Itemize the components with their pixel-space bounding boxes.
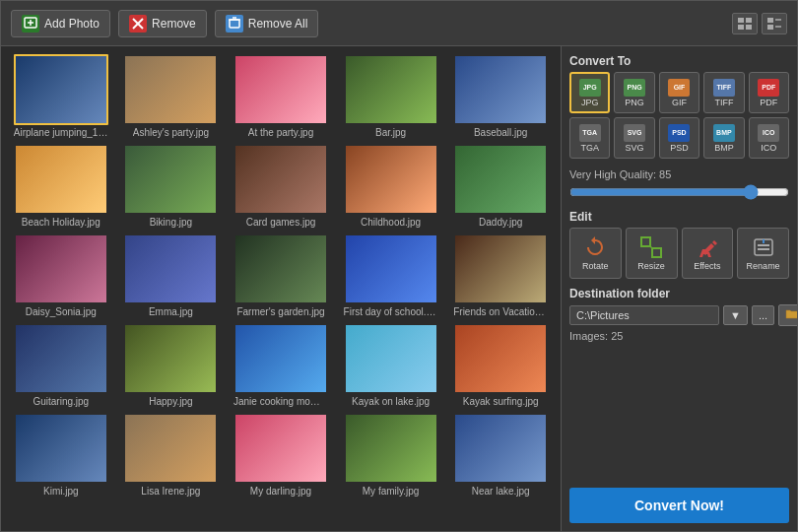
photo-thumb-bg <box>346 146 436 213</box>
photo-item[interactable]: My family.jpg <box>339 413 443 497</box>
dest-path-input[interactable] <box>569 305 719 325</box>
photo-label: Biking.jpg <box>150 217 192 228</box>
photo-label: Farmer's garden.jpg <box>236 306 324 317</box>
photo-thumb-bg <box>125 56 216 123</box>
photo-thumb <box>453 144 548 215</box>
photo-thumb <box>453 413 548 484</box>
photo-thumb-bg <box>235 146 326 213</box>
photo-item[interactable]: Daddy.jpg <box>448 144 553 228</box>
format-label: JPG <box>581 98 599 107</box>
format-button-png[interactable]: PNGPNG <box>614 72 654 113</box>
detail-view-button[interactable] <box>762 13 787 34</box>
photo-item[interactable]: Guitaring.jpg <box>9 323 113 407</box>
edit-title: Edit <box>569 210 789 224</box>
convert-now-button[interactable]: Convert Now! <box>569 488 789 523</box>
photo-item[interactable]: Airplane jumping_1.tif <box>9 54 113 138</box>
svg-rect-12 <box>767 18 773 23</box>
photo-item[interactable]: My darling.jpg <box>229 413 333 497</box>
svg-rect-17 <box>652 248 661 257</box>
format-button-pdf[interactable]: PDFPDF <box>749 72 789 113</box>
photo-thumb-bg <box>235 235 326 302</box>
photo-item[interactable]: Biking.jpg <box>119 144 224 228</box>
photo-label: Janie cooking mome... <box>233 396 328 407</box>
photo-grid-area[interactable]: Airplane jumping_1.tifAshley's party.jpg… <box>1 46 561 531</box>
tga-icon: TGA <box>579 124 601 142</box>
photo-label: Emma.jpg <box>149 306 193 317</box>
photo-thumb-bg <box>16 146 106 213</box>
edit-label: Effects <box>694 261 720 271</box>
format-button-bmp[interactable]: BMPBMP <box>703 117 744 159</box>
photo-thumb <box>453 54 548 125</box>
photo-item[interactable]: Emma.jpg <box>119 233 224 317</box>
format-button-tga[interactable]: TGATGA <box>569 117 610 159</box>
photo-item[interactable]: Lisa Irene.jpg <box>119 413 224 497</box>
photo-label: Friends on Vacation... <box>453 306 548 317</box>
format-button-gif[interactable]: GIFGIF <box>659 72 699 113</box>
pdf-icon: PDF <box>758 79 779 97</box>
photo-thumb <box>123 233 218 304</box>
photo-thumb <box>233 54 328 125</box>
photo-thumb <box>233 413 328 484</box>
quality-section: Very High Quality: 85 <box>569 168 789 202</box>
photo-item[interactable]: Happy.jpg <box>119 323 224 407</box>
photo-thumb <box>453 323 548 394</box>
dest-folder-button[interactable] <box>778 304 797 326</box>
photo-item[interactable]: Ashley's party.jpg <box>119 54 224 138</box>
photo-label: Guitaring.jpg <box>33 396 89 407</box>
quality-slider[interactable] <box>569 184 789 200</box>
psd-icon: PSD <box>668 124 690 142</box>
remove-all-button[interactable]: Remove All <box>215 10 319 37</box>
photo-thumb <box>344 144 438 215</box>
remove-icon <box>129 15 147 33</box>
format-button-jpg[interactable]: JPGJPG <box>569 72 610 113</box>
photo-thumb-bg <box>346 56 436 123</box>
photo-thumb <box>14 233 108 304</box>
photo-item[interactable]: Kimi.jpg <box>9 413 113 497</box>
format-button-svg[interactable]: SVGSVG <box>614 117 654 159</box>
format-label: BMP <box>714 143 734 153</box>
photo-thumb-bg <box>235 325 326 392</box>
remove-button[interactable]: Remove <box>118 10 207 37</box>
edit-button-rotate[interactable]: Rotate <box>569 228 622 279</box>
convert-to-title: Convert To <box>569 54 789 68</box>
photo-item[interactable]: Bar.jpg <box>339 54 443 138</box>
bmp-icon: BMP <box>713 124 735 142</box>
photo-item[interactable]: Friends on Vacation... <box>448 233 553 317</box>
png-icon: PNG <box>624 79 645 97</box>
format-button-ico[interactable]: ICOICO <box>749 117 789 159</box>
dest-dropdown-button[interactable]: ▼ <box>723 305 748 325</box>
dest-browse-button[interactable]: ... <box>752 305 774 325</box>
photo-item[interactable]: Daisy_Sonia.jpg <box>9 233 113 317</box>
photo-item[interactable]: Beach Holiday.jpg <box>9 144 113 228</box>
edit-button-rename[interactable]: Rename <box>737 228 789 279</box>
photo-item[interactable]: Card games.jpg <box>229 144 333 228</box>
photo-item[interactable]: Childhood.jpg <box>339 144 443 228</box>
edit-section: Edit RotateResizeEffectsRename <box>569 210 789 279</box>
format-grid: JPGJPGPNGPNGGIFGIFTIFFTIFFPDFPDFTGATGASV… <box>569 72 789 159</box>
format-button-psd[interactable]: PSDPSD <box>659 117 699 159</box>
photo-item[interactable]: Janie cooking mome... <box>229 323 333 407</box>
photo-item[interactable]: At the party.jpg <box>229 54 333 138</box>
edit-button-resize[interactable]: Resize <box>626 228 678 279</box>
photo-item[interactable]: First day of school.jpg <box>339 233 443 317</box>
add-photo-button[interactable]: Add Photo <box>11 10 110 37</box>
photo-label: Daddy.jpg <box>479 217 522 228</box>
effects-icon <box>694 235 721 259</box>
dest-row: ▼ ... <box>569 304 789 326</box>
grid-view-button[interactable] <box>732 13 758 34</box>
gif-icon: GIF <box>668 79 690 97</box>
remove-all-icon <box>226 15 243 33</box>
photo-thumb <box>233 233 328 304</box>
photo-item[interactable]: Baseball.jpg <box>448 54 553 138</box>
photo-item[interactable]: Near lake.jpg <box>448 413 553 497</box>
format-button-tiff[interactable]: TIFFTIFF <box>703 72 744 113</box>
edit-button-effects[interactable]: Effects <box>682 228 734 279</box>
edit-label: Rotate <box>582 261 609 271</box>
photo-thumb-bg <box>125 146 216 213</box>
dest-title: Destination folder <box>569 287 789 300</box>
photo-thumb <box>123 323 218 394</box>
photo-item[interactable]: Kayak on lake.jpg <box>339 323 443 407</box>
svg-rect-5 <box>230 20 239 28</box>
photo-item[interactable]: Farmer's garden.jpg <box>229 233 333 317</box>
photo-item[interactable]: Kayak surfing.jpg <box>448 323 553 407</box>
